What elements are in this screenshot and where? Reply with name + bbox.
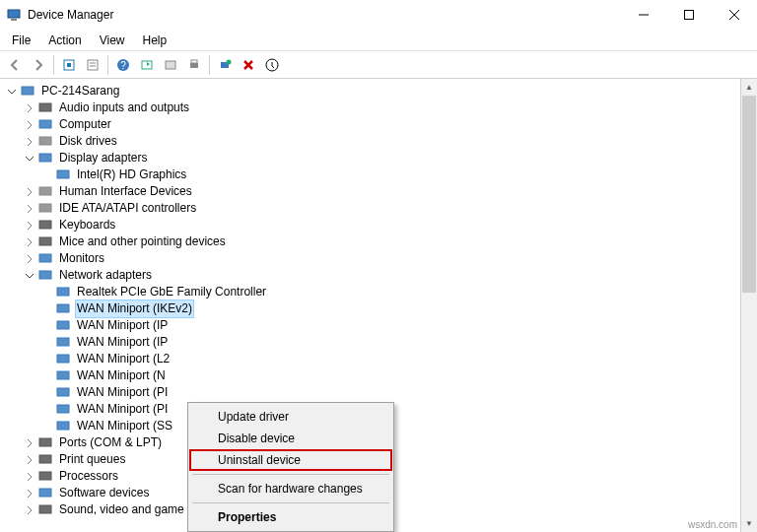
forward-button[interactable] [28, 54, 49, 76]
back-button[interactable] [4, 54, 26, 76]
expander-icon[interactable] [22, 268, 37, 284]
tree-root[interactable]: PC-214Sarang [2, 83, 757, 100]
expander-icon[interactable] [22, 184, 37, 200]
print-button[interactable] [183, 54, 205, 76]
window-title: Device Manager [28, 8, 621, 22]
tree-category-label: Ports (COM & LPT) [57, 434, 164, 451]
menu-file[interactable]: File [4, 32, 38, 49]
svg-rect-48 [57, 304, 69, 312]
tree-category-label: Display adapters [57, 150, 149, 166]
expander-icon[interactable] [22, 151, 37, 166]
context-menu-item[interactable]: Disable device [190, 428, 391, 449]
mouse-icon [37, 234, 53, 250]
tree-device[interactable]: WAN Miniport (PI [2, 384, 757, 401]
delete-button[interactable] [238, 54, 259, 76]
svg-rect-1 [11, 19, 17, 21]
maximize-button[interactable] [666, 0, 712, 30]
expander-icon[interactable] [22, 134, 37, 150]
expander-icon[interactable] [22, 201, 37, 217]
tree-category[interactable]: Mice and other pointing devices [2, 233, 757, 250]
tree-device-label: WAN Miniport (SS [75, 418, 174, 434]
expander-icon[interactable] [4, 84, 20, 100]
expander-icon[interactable] [22, 469, 37, 485]
menu-action[interactable]: Action [40, 32, 89, 49]
tree-category[interactable]: Human Interface Devices [2, 183, 757, 200]
svg-rect-24 [39, 103, 51, 111]
context-menu-item[interactable]: Properties [190, 506, 391, 528]
tree-device[interactable]: WAN Miniport (L2 [2, 351, 757, 367]
help-button[interactable]: ? [112, 54, 134, 76]
close-button[interactable] [712, 0, 757, 30]
audio-icon [37, 100, 53, 116]
tree-category[interactable]: Disk drives [2, 133, 757, 150]
tree-category[interactable]: Keyboards [2, 217, 757, 233]
tree-device-label: WAN Miniport (L2 [75, 351, 172, 367]
scan-button[interactable] [214, 54, 236, 76]
svg-rect-30 [39, 154, 51, 162]
window-controls [621, 0, 757, 30]
menu-view[interactable]: View [92, 32, 133, 49]
expander-icon[interactable] [22, 502, 37, 518]
app-icon [6, 7, 22, 23]
svg-rect-66 [39, 455, 51, 463]
expander-icon[interactable] [22, 100, 37, 116]
properties-button[interactable] [82, 54, 103, 76]
tree-category[interactable]: Network adapters [2, 267, 757, 284]
tree-device[interactable]: Intel(R) HD Graphics [2, 166, 757, 183]
expander-icon[interactable] [22, 435, 37, 451]
svg-point-18 [227, 59, 232, 64]
expander-icon[interactable] [22, 251, 37, 267]
tree-category-label: Computer [57, 116, 113, 133]
network-icon [55, 368, 71, 384]
menu-help[interactable]: Help [135, 32, 175, 49]
scroll-down-arrow[interactable]: ▼ [741, 515, 757, 532]
tree-category-label: Human Interface Devices [57, 183, 194, 200]
tree-category[interactable]: Audio inputs and outputs [2, 100, 757, 116]
context-menu-item[interactable]: Uninstall device [189, 449, 392, 471]
expander-icon[interactable] [22, 486, 37, 501]
toolbar: ? [0, 51, 757, 79]
svg-rect-0 [8, 10, 20, 18]
show-connection-button[interactable] [58, 54, 80, 76]
context-menu-separator [192, 502, 389, 503]
network-icon [55, 318, 71, 334]
tree-category[interactable]: Monitors [2, 250, 757, 267]
toolbar-separator [209, 55, 210, 75]
svg-rect-38 [39, 221, 51, 229]
display-icon [37, 151, 53, 166]
tree-category[interactable]: Computer [2, 116, 757, 133]
svg-rect-3 [685, 11, 694, 20]
titlebar: Device Manager [0, 0, 757, 30]
expander-icon[interactable] [22, 234, 37, 250]
update-button[interactable] [136, 54, 158, 76]
vertical-scrollbar[interactable]: ▲ ▼ [740, 79, 757, 532]
tree-category[interactable]: Display adapters [2, 150, 757, 166]
legacy-button[interactable] [160, 54, 181, 76]
tree-device-label: Intel(R) HD Graphics [75, 166, 188, 183]
svg-rect-7 [67, 63, 71, 67]
svg-rect-56 [57, 371, 69, 379]
tree-device-label: Realtek PCIe GbE Family Controller [75, 284, 268, 300]
context-menu-item[interactable]: Scan for hardware changes [190, 478, 391, 499]
tree-category[interactable]: IDE ATA/ATAPI controllers [2, 200, 757, 217]
tree-device[interactable]: WAN Miniport (N [2, 367, 757, 384]
tree-device-label: WAN Miniport (IKEv2) [75, 299, 194, 318]
svg-rect-22 [22, 87, 34, 95]
tree-device[interactable]: Realtek PCIe GbE Family Controller [2, 284, 757, 300]
minimize-button[interactable] [621, 0, 666, 30]
svg-rect-60 [57, 405, 69, 413]
scroll-up-arrow[interactable]: ▲ [741, 79, 757, 96]
tree-device[interactable]: WAN Miniport (IP [2, 317, 757, 334]
tree-device[interactable]: WAN Miniport (IP [2, 334, 757, 351]
tree-device[interactable]: WAN Miniport (IKEv2) [2, 300, 757, 317]
expander-icon[interactable] [22, 218, 37, 233]
expander-icon[interactable] [22, 452, 37, 468]
scroll-thumb[interactable] [742, 96, 756, 293]
svg-rect-32 [57, 170, 69, 178]
content-area: PC-214Sarang Audio inputs and outputs Co… [0, 79, 757, 532]
action-button[interactable] [261, 54, 283, 76]
context-menu-item[interactable]: Update driver [190, 406, 391, 428]
expander-icon[interactable] [22, 117, 37, 133]
tree-category-label: Keyboards [57, 217, 117, 233]
svg-rect-50 [57, 321, 69, 329]
